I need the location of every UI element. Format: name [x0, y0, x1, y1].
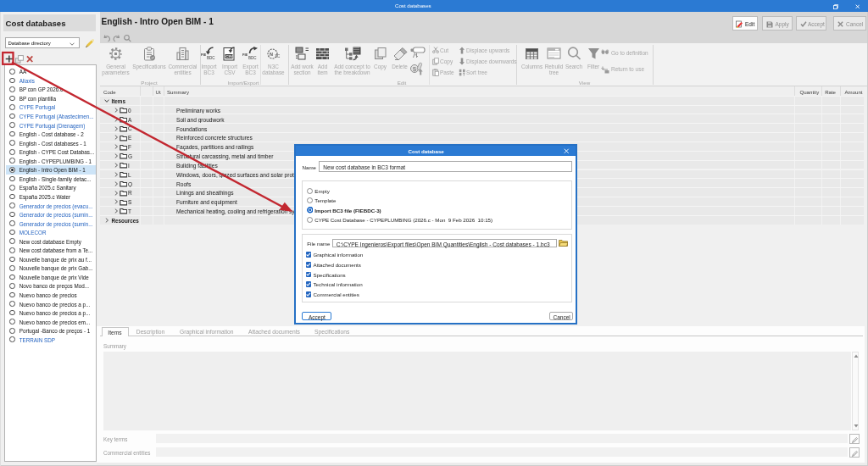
svg-text:CSV: CSV [225, 54, 233, 58]
svg-text:FIE: FIE [242, 53, 248, 57]
svg-text:N: N [270, 52, 273, 57]
svg-text:FIE: FIE [201, 53, 207, 57]
svg-text:3C: 3C [275, 53, 281, 58]
svg-text:BDC: BDC [207, 56, 215, 60]
svg-text:$: $ [413, 64, 417, 72]
svg-text:BDC: BDC [248, 56, 257, 60]
